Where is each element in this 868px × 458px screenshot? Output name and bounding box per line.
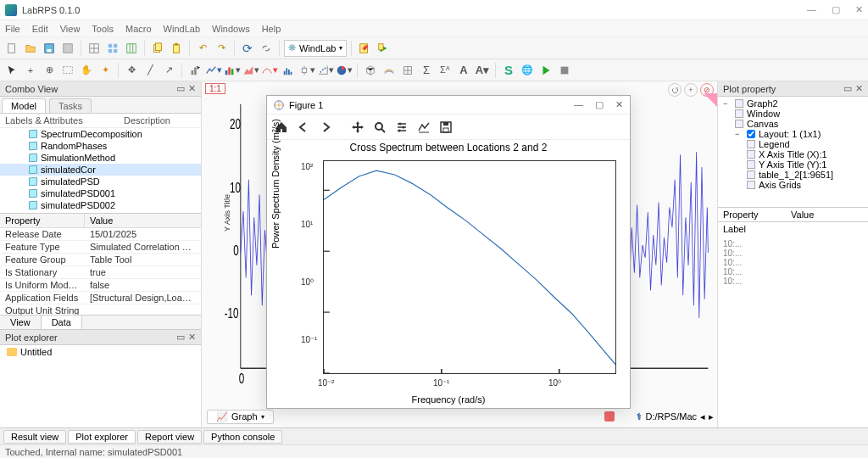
refresh-icon[interactable]: ⟳ — [239, 40, 256, 57]
label-row[interactable]: 10:... — [723, 267, 863, 276]
saveas-icon[interactable] — [59, 40, 76, 57]
copy-icon[interactable] — [149, 40, 166, 57]
new-icon[interactable] — [3, 40, 20, 57]
fig-maximize-icon[interactable]: ▢ — [595, 99, 604, 110]
line-chart-icon[interactable]: ▾ — [205, 62, 222, 79]
pan-icon[interactable]: ✋ — [78, 62, 95, 79]
fig-close-icon[interactable]: ✕ — [615, 99, 623, 110]
undock-icon[interactable]: ▭ — [176, 332, 185, 343]
undo-icon[interactable]: ↶ — [194, 40, 211, 57]
tree-item: simulatedPSD001 — [0, 187, 201, 199]
crosshair-icon[interactable]: + — [22, 62, 39, 79]
undock-icon[interactable]: ▭ — [843, 83, 852, 94]
close-panel-icon[interactable]: ✕ — [188, 83, 196, 94]
tab-view[interactable]: View — [0, 316, 42, 329]
menu-edit[interactable]: Edit — [32, 24, 48, 34]
bar-chart-icon[interactable]: ▾ — [224, 62, 241, 79]
menu-tools[interactable]: Tools — [92, 24, 114, 34]
path-label: D:/RPS/Mac — [645, 411, 697, 422]
link-icon[interactable] — [258, 40, 275, 57]
sigma-a-icon[interactable]: Σᴬ — [437, 62, 453, 79]
zoom-window-icon[interactable] — [59, 62, 76, 79]
open-icon[interactable] — [22, 40, 39, 57]
3d-cube-icon[interactable] — [362, 62, 379, 79]
fig-config-icon[interactable] — [392, 118, 411, 137]
redo-icon[interactable]: ↷ — [213, 40, 230, 57]
line-icon[interactable]: ╱ — [142, 62, 159, 79]
area-chart-icon[interactable]: ▾ — [242, 62, 259, 79]
prev-icon[interactable]: ◂ — [700, 411, 705, 422]
stat-chart-icon[interactable]: ▾ — [261, 62, 278, 79]
menu-windlab[interactable]: WindLab — [164, 24, 200, 34]
layout-checkbox[interactable] — [747, 130, 755, 138]
grid-icon[interactable] — [104, 40, 121, 57]
stop-icon[interactable] — [556, 62, 573, 79]
matrix-icon[interactable] — [123, 40, 140, 57]
fig-minimize-icon[interactable]: — — [574, 99, 583, 110]
fig-pan-icon[interactable] — [348, 118, 367, 137]
tab-plot-explorer[interactable]: Plot explorer — [68, 430, 136, 444]
tree-item: SpectrumDecomposition — [0, 128, 201, 140]
paste-icon[interactable] — [168, 40, 185, 57]
close-icon[interactable]: ✕ — [855, 4, 863, 15]
label-row[interactable]: 10:... — [723, 239, 863, 249]
text-dd-icon[interactable]: A▾ — [474, 62, 491, 79]
hist-icon[interactable] — [280, 62, 297, 79]
tab-python-console[interactable]: Python console — [203, 430, 282, 444]
menu-help[interactable]: Help — [262, 24, 281, 34]
maximize-icon[interactable]: ▢ — [832, 4, 840, 15]
graph-tab[interactable]: 📈Graph▾ — [207, 410, 274, 424]
close-panel-icon[interactable]: ✕ — [188, 332, 196, 343]
fig-edit-icon[interactable] — [415, 118, 433, 137]
menu-windows[interactable]: Windows — [212, 24, 250, 34]
label-header: Label — [723, 224, 863, 234]
undock-icon[interactable]: ▭ — [176, 83, 185, 94]
tab-data[interactable]: Data — [42, 316, 82, 329]
compass-icon[interactable]: ✦ — [97, 62, 114, 79]
table-icon[interactable] — [86, 40, 103, 57]
cursor-icon[interactable] — [3, 62, 20, 79]
folder-icon — [7, 348, 17, 356]
arrow-icon[interactable]: ↗ — [160, 62, 177, 79]
label-row[interactable]: 10:... — [723, 276, 863, 286]
forward-icon[interactable] — [316, 118, 335, 137]
globe-icon[interactable]: 🌐 — [519, 62, 536, 79]
tab-model[interactable]: Model — [2, 98, 46, 113]
fig-save-icon[interactable] — [437, 118, 455, 137]
workbench-selector[interactable]: ❋ WindLab ▾ — [284, 40, 347, 57]
close-panel-icon[interactable]: ✕ — [855, 83, 863, 94]
minimize-icon[interactable]: — — [807, 4, 816, 15]
figure-titlebar[interactable]: Figure 1 — ▢ ✕ — [267, 96, 630, 114]
stamp-icon[interactable]: S — [500, 62, 517, 79]
edit-script-icon[interactable] — [356, 40, 373, 57]
select-bar-icon[interactable] — [186, 62, 203, 79]
3d-surface-icon[interactable] — [381, 62, 398, 79]
tab-report-view[interactable]: Report view — [137, 430, 202, 444]
fig-zoom-icon[interactable] — [370, 118, 389, 137]
save-icon[interactable] — [41, 40, 58, 57]
plot-property-tree[interactable]: −Graph2 Window Canvas −Layout: 1 (1x1) L… — [718, 97, 868, 207]
label-row[interactable]: 10:... — [723, 258, 863, 267]
menu-file[interactable]: File — [5, 24, 20, 34]
model-tree[interactable]: SpectrumDecomposition RandomPhases Simul… — [0, 128, 201, 213]
text-icon[interactable]: A — [455, 62, 472, 79]
sigma-icon[interactable]: Σ — [418, 62, 435, 79]
scatter-3d-icon[interactable]: ▾ — [317, 62, 334, 79]
run-icon[interactable] — [537, 62, 554, 79]
menu-view[interactable]: View — [60, 24, 81, 34]
tab-tasks[interactable]: Tasks — [49, 98, 92, 113]
figure-plot[interactable]: Cross Spectrum between Locations 2 and 2… — [267, 140, 630, 408]
figure-window[interactable]: Figure 1 — ▢ ✕ Cross Spectrum between Lo… — [266, 95, 631, 409]
move-icon[interactable]: ✥ — [123, 62, 140, 79]
explorer-item[interactable]: Untitled — [0, 345, 201, 359]
target-icon[interactable]: ⊕ — [41, 62, 58, 79]
back-icon[interactable] — [294, 118, 313, 137]
3d-mesh-icon[interactable] — [399, 62, 416, 79]
next-icon[interactable]: ▸ — [709, 411, 714, 422]
run-script-icon[interactable] — [375, 40, 392, 57]
menu-macro[interactable]: Macro — [125, 24, 152, 34]
pie-chart-icon[interactable]: ▾ — [336, 62, 353, 79]
label-row[interactable]: 10:... — [723, 249, 863, 258]
tab-result-view[interactable]: Result view — [3, 430, 66, 444]
box-plot-icon[interactable]: ▾ — [298, 62, 315, 79]
